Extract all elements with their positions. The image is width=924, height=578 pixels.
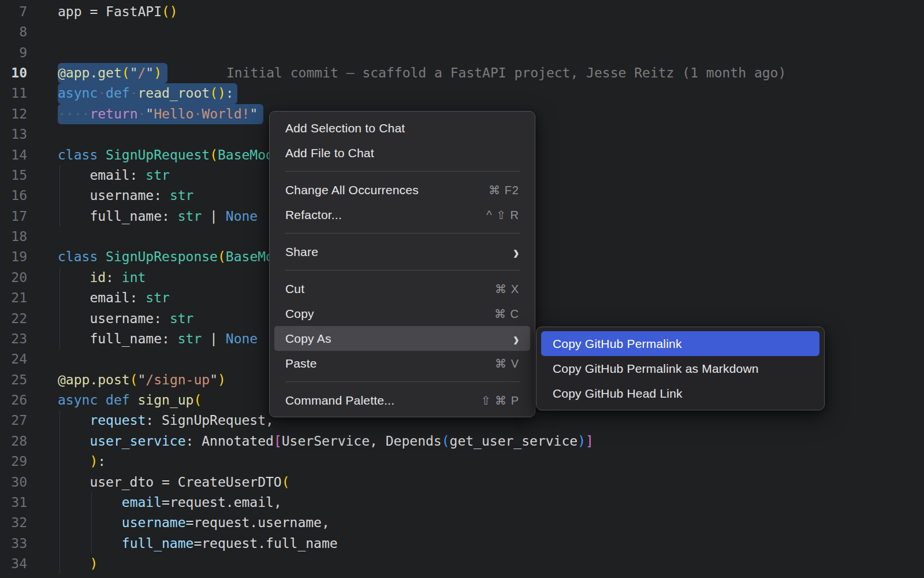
line-number[interactable]: 10: [0, 63, 27, 84]
code-line[interactable]: email: str: [58, 288, 170, 309]
line-number[interactable]: 13: [0, 124, 27, 145]
token: get_user_service: [450, 433, 578, 449]
code-line[interactable]: app = FastAPI(): [58, 2, 178, 23]
line-number[interactable]: 18: [0, 227, 27, 247]
token: =request.full_name: [193, 536, 337, 551]
token: str: [178, 331, 202, 346]
token: =request.username,: [186, 515, 330, 530]
code-line[interactable]: @app.get("/"): [58, 63, 162, 84]
token: username:: [58, 188, 170, 203]
line-number[interactable]: 32: [0, 513, 27, 533]
token: @app.get: [58, 65, 122, 80]
token: UserService, Depends: [282, 433, 442, 449]
submenu-chevron-icon: ›: [513, 238, 519, 266]
submenu-item-copy-github-permalink[interactable]: Copy GitHub Permalink: [541, 331, 819, 356]
menu-item-copy[interactable]: Copy⌘ C: [274, 301, 530, 326]
shortcut-label: ⇧ ⌘ P: [481, 394, 519, 407]
token: [98, 249, 106, 264]
line-number[interactable]: 21: [0, 288, 27, 309]
code-line[interactable]: @app.post("/sign-up"): [58, 370, 226, 391]
line-number[interactable]: 20: [0, 268, 27, 288]
line-number[interactable]: 14: [0, 145, 27, 166]
token: : Annotated: [186, 433, 274, 449]
shortcut-label: ⌘ C: [494, 307, 519, 321]
token: ]: [586, 433, 594, 449]
line-number[interactable]: 12: [0, 104, 27, 125]
token: ": [249, 106, 258, 121]
menu-item-command-palette[interactable]: Command Palette...⇧ ⌘ P: [274, 388, 530, 413]
token: id: [90, 270, 106, 285]
menu-item-label: Change All Occurrences: [285, 183, 419, 197]
shortcut-label: ⌘ V: [495, 357, 519, 370]
code-line[interactable]: email=request.email,: [58, 492, 282, 513]
code-line[interactable]: full_name=request.full_name: [58, 533, 338, 554]
token: email: [122, 495, 162, 510]
code-line[interactable]: async·def·read_root():: [58, 83, 234, 104]
token: (: [218, 249, 226, 264]
line-number[interactable]: 34: [0, 554, 27, 575]
line-number[interactable]: 25: [0, 370, 27, 391]
line-number[interactable]: 15: [0, 165, 27, 186]
code-line[interactable]: ····return·"Hello·World!": [58, 104, 258, 125]
token: [98, 147, 106, 162]
code-line[interactable]: ): [58, 554, 98, 575]
line-number[interactable]: 26: [0, 390, 27, 411]
code-line[interactable]: username=request.username,: [58, 513, 330, 533]
code-line[interactable]: full_name: str | None: [58, 206, 258, 227]
code-line[interactable]: request: SignUpRequest,: [58, 410, 274, 431]
menu-item-add-file-to-chat[interactable]: Add File to Chat: [274, 140, 530, 165]
token: /sign-up: [146, 372, 210, 387]
line-number[interactable]: 23: [0, 329, 27, 350]
token: (): [210, 86, 226, 101]
line-number[interactable]: 8: [0, 22, 27, 43]
line-number[interactable]: 22: [0, 309, 27, 329]
line-number[interactable]: 31: [0, 492, 27, 513]
token: (: [210, 147, 218, 162]
line-number[interactable]: 9: [0, 43, 27, 64]
code-line[interactable]: email: str: [58, 165, 170, 186]
line-number[interactable]: 11: [0, 83, 27, 104]
code-line[interactable]: full_name: str | None: [58, 329, 258, 350]
code-line[interactable]: async def sign_up(: [58, 390, 202, 411]
menu-item-cut[interactable]: Cut⌘ X: [274, 276, 530, 301]
token: full_name:: [58, 209, 178, 224]
token: ·: [137, 106, 146, 121]
menu-item-paste[interactable]: Paste⌘ V: [274, 351, 530, 376]
code-line[interactable]: ):: [58, 451, 106, 472]
line-number[interactable]: 33: [0, 533, 27, 554]
menu-item-change-all-occurrences[interactable]: Change All Occurrences⌘ F2: [274, 177, 530, 202]
line-number[interactable]: 7: [0, 2, 27, 23]
code-line[interactable]: user_dto = CreateUserDTO(: [58, 472, 290, 493]
token: ": [210, 372, 218, 387]
token: int: [122, 270, 146, 285]
token: /: [138, 65, 146, 80]
code-line[interactable]: class SignUpRequest(BaseModel):: [58, 145, 305, 166]
menu-item-refactor[interactable]: Refactor...^ ⇧ R: [274, 202, 530, 227]
code-line[interactable]: username: str: [58, 186, 193, 206]
submenu-item-copy-github-permalink-as-markdown[interactable]: Copy GitHub Permalink as Markdown: [541, 356, 819, 381]
token: World!: [202, 106, 249, 121]
menu-item-add-selection-to-chat[interactable]: Add Selection to Chat: [274, 116, 530, 140]
shortcut-label: ⌘ F2: [489, 183, 519, 197]
menu-item-label: Copy GitHub Head Link: [553, 387, 683, 401]
menu-item-share[interactable]: Share›: [274, 239, 530, 264]
line-number[interactable]: 27: [0, 410, 27, 431]
line-number[interactable]: 28: [0, 431, 27, 452]
line-number[interactable]: 29: [0, 451, 27, 472]
code-line[interactable]: id: int: [58, 268, 146, 288]
code-line[interactable]: user_service: Annotated[UserService, Dep…: [58, 431, 594, 452]
line-number[interactable]: 16: [0, 186, 27, 206]
token: def: [106, 86, 130, 101]
line-number[interactable]: 30: [0, 472, 27, 493]
line-number[interactable]: 19: [0, 247, 27, 268]
menu-item-label: Copy GitHub Permalink as Markdown: [553, 362, 759, 376]
token: (: [122, 65, 130, 80]
menu-item-copy-as[interactable]: Copy As›: [274, 326, 530, 351]
submenu-item-copy-github-head-link[interactable]: Copy GitHub Head Link: [541, 381, 819, 406]
code-line[interactable]: username: str: [58, 309, 193, 329]
token: read_root: [138, 86, 210, 101]
line-number[interactable]: 24: [0, 349, 27, 370]
token: @app.post: [58, 372, 130, 387]
menu-item-label: Share: [285, 245, 318, 259]
line-number[interactable]: 17: [0, 206, 27, 227]
